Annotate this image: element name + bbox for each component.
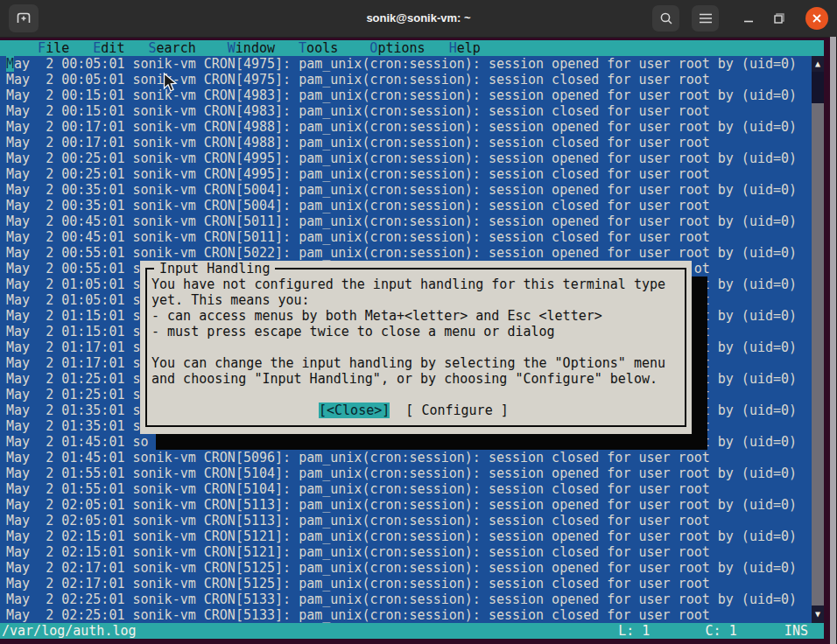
dialog-text-line: - must press escape twice to close a men… bbox=[151, 324, 680, 340]
menu-options[interactable]: Options bbox=[369, 40, 425, 56]
window-scrollbar[interactable] bbox=[830, 37, 837, 644]
input-handling-dialog: Input Handling You have not configured t… bbox=[140, 261, 692, 434]
editor-menubar: File Edit Search Window Tools Options He… bbox=[0, 40, 824, 56]
log-line: May 2 00:15:01 sonik-vm CRON[4983]: pam_… bbox=[0, 88, 824, 103]
dialog-body: You have not configured the input handli… bbox=[151, 276, 680, 387]
minimize-button[interactable] bbox=[736, 5, 761, 32]
log-line: May 2 02:25:01 sonik-vm CRON[5133]: pam_… bbox=[0, 592, 824, 607]
log-line: May 2 00:05:01 sonik-vm CRON[4975]: pam_… bbox=[0, 56, 824, 72]
log-line: May 2 00:17:01 sonik-vm CRON[4988]: pam_… bbox=[0, 135, 824, 150]
editor-scrollbar-track[interactable] bbox=[812, 103, 824, 606]
terminal-window: sonik@sonik-vm: ~ bbox=[0, 0, 837, 644]
search-icon bbox=[658, 10, 674, 26]
log-line: May 2 02:17:01 sonik-vm CRON[5125]: pam_… bbox=[0, 560, 824, 576]
dialog-text-line bbox=[151, 340, 680, 355]
menu-window[interactable]: Window bbox=[228, 40, 275, 56]
menu-edit[interactable]: Edit bbox=[93, 40, 124, 56]
status-line: L: 1 bbox=[618, 623, 650, 639]
editor-scrollbar[interactable]: ▲ ▼ bbox=[812, 56, 824, 623]
log-line: May 2 00:45:01 sonik-vm CRON[5011]: pam_… bbox=[0, 229, 824, 245]
dialog-text-line: You can change the input handling by sel… bbox=[151, 355, 680, 371]
dialog-shadow-right bbox=[692, 276, 707, 450]
menu-help[interactable]: Help bbox=[449, 40, 481, 56]
dialog-text-line: and choosing "Input Handling", or by cho… bbox=[151, 371, 680, 387]
log-line: May 2 00:05:01 sonik-vm CRON[4975]: pam_… bbox=[0, 72, 824, 88]
restore-button[interactable] bbox=[767, 5, 791, 32]
hamburger-icon bbox=[699, 12, 713, 24]
log-line: May 2 02:05:01 sonik-vm CRON[5113]: pam_… bbox=[0, 513, 824, 528]
menu-search[interactable]: Search bbox=[149, 40, 196, 56]
mouse-pointer bbox=[163, 73, 182, 94]
log-line: May 2 00:45:01 sonik-vm CRON[5011]: pam_… bbox=[0, 214, 824, 229]
log-line: May 2 01:55:01 sonik-vm CRON[5104]: pam_… bbox=[0, 481, 824, 497]
statusbar: /var/log/auth.log L: 1C: 1INS bbox=[0, 623, 824, 639]
status-right: L: 1C: 1INS bbox=[618, 623, 824, 639]
minimize-icon bbox=[742, 12, 755, 24]
restore-icon bbox=[772, 11, 786, 25]
menu-file[interactable]: File bbox=[38, 40, 69, 56]
log-line: May 2 02:17:01 sonik-vm CRON[5125]: pam_… bbox=[0, 576, 824, 592]
close-icon bbox=[811, 12, 823, 24]
scroll-up-icon[interactable]: ▲ bbox=[812, 56, 824, 72]
log-line: May 2 02:25:01 sonik-vm CRON[5133]: pam_… bbox=[0, 607, 824, 623]
dialog-configure-button[interactable]: [ Configure ] bbox=[405, 402, 508, 418]
menu-button[interactable] bbox=[692, 5, 719, 32]
log-line: May 2 00:35:01 sonik-vm CRON[5004]: pam_… bbox=[0, 198, 824, 214]
search-button[interactable] bbox=[652, 5, 679, 32]
scroll-down-icon[interactable]: ▼ bbox=[812, 606, 824, 623]
close-button[interactable] bbox=[805, 7, 828, 30]
log-line: May 2 00:55:01 sonik-vm CRON[5022]: pam_… bbox=[0, 245, 824, 261]
status-filename: /var/log/auth.log bbox=[2, 623, 137, 639]
titlebar: sonik@sonik-vm: ~ bbox=[0, 0, 837, 38]
dialog-buttons: [<Close>][ Configure ] bbox=[319, 402, 509, 418]
dialog-text-line: You have not configured the input handli… bbox=[151, 276, 680, 292]
status-mode: INS bbox=[784, 623, 808, 639]
dialog-title: Input Handling bbox=[154, 261, 275, 276]
log-line: May 2 01:45:01 sonik-vm CRON[5096]: pam_… bbox=[0, 450, 824, 466]
editor-scrollbar-thumb[interactable] bbox=[812, 72, 824, 103]
log-line: May 2 00:25:01 sonik-vm CRON[4995]: pam_… bbox=[0, 150, 824, 166]
log-line: May 2 02:15:01 sonik-vm CRON[5121]: pam_… bbox=[0, 544, 824, 560]
log-line: May 2 00:25:01 sonik-vm CRON[4995]: pam_… bbox=[0, 166, 824, 182]
log-line: May 2 00:35:01 sonik-vm CRON[5004]: pam_… bbox=[0, 182, 824, 198]
text-cursor: M bbox=[6, 56, 14, 72]
log-line: May 2 02:15:01 sonik-vm CRON[5121]: pam_… bbox=[0, 528, 824, 544]
dialog-text-line: - can access menus by both Meta+<letter>… bbox=[151, 308, 680, 324]
dialog-close-button[interactable]: [<Close>] bbox=[319, 402, 390, 418]
status-column: C: 1 bbox=[706, 623, 737, 639]
log-line: May 2 01:55:01 sonik-vm CRON[5104]: pam_… bbox=[0, 466, 824, 481]
log-line: May 2 00:15:01 sonik-vm CRON[4983]: pam_… bbox=[0, 103, 824, 119]
menu-tools[interactable]: Tools bbox=[299, 40, 338, 56]
log-line: May 2 02:05:01 sonik-vm CRON[5113]: pam_… bbox=[0, 497, 824, 513]
dialog-text-line: yet. This means you: bbox=[151, 292, 680, 308]
dialog-shadow-bottom bbox=[156, 434, 707, 450]
log-line: May 2 00:17:01 sonik-vm CRON[4988]: pam_… bbox=[0, 119, 824, 135]
